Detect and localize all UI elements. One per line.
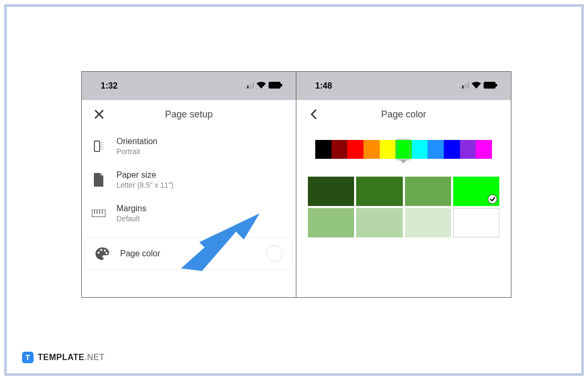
- hue-cell[interactable]: [380, 140, 396, 159]
- hue-cell[interactable]: [460, 140, 476, 159]
- screen-page-setup: 1:32 Page setup: [82, 72, 296, 297]
- shade-cell[interactable]: [356, 208, 402, 237]
- back-icon[interactable]: [308, 108, 319, 122]
- svg-rect-18: [459, 87, 461, 89]
- shade-cell[interactable]: [405, 208, 451, 237]
- svg-rect-22: [484, 82, 496, 89]
- battery-icon: [269, 81, 282, 91]
- hue-cell[interactable]: [444, 140, 460, 159]
- svg-point-15: [100, 249, 102, 251]
- hue-selector[interactable]: [315, 140, 492, 159]
- status-bar: 1:32: [82, 72, 296, 100]
- status-right: [459, 81, 497, 91]
- svg-point-17: [105, 252, 108, 254]
- status-bar: 1:48: [296, 72, 511, 100]
- setting-page-color[interactable]: Page color: [85, 237, 293, 270]
- close-icon[interactable]: [93, 108, 105, 122]
- setting-label: Paper size: [116, 170, 286, 180]
- hue-cell[interactable]: [427, 140, 444, 159]
- logo-badge-icon: T: [22, 352, 34, 363]
- orientation-icon: [91, 139, 106, 154]
- panel-header: Page color: [296, 100, 511, 129]
- svg-rect-23: [496, 84, 497, 86]
- ruler-icon: [91, 206, 106, 221]
- shade-cell[interactable]: [356, 177, 402, 206]
- page-title: Page color: [381, 109, 426, 120]
- status-time: 1:48: [315, 81, 332, 91]
- svg-rect-20: [465, 84, 466, 89]
- setting-texts: Paper size Letter (8.5" x 11"): [116, 170, 286, 189]
- setting-value: Default: [116, 214, 286, 223]
- svg-point-16: [104, 249, 106, 252]
- signal-icon: [244, 81, 254, 91]
- setting-value: Portrait: [116, 147, 286, 156]
- check-icon: [488, 194, 497, 204]
- svg-point-14: [98, 252, 100, 254]
- svg-rect-3: [252, 82, 254, 89]
- current-color-swatch: [266, 245, 283, 262]
- shade-cell[interactable]: [405, 177, 451, 206]
- setting-label: Orientation: [116, 137, 286, 146]
- setting-orientation[interactable]: Orientation Portrait: [82, 129, 296, 163]
- hue-cell[interactable]: [315, 140, 332, 159]
- svg-rect-2: [250, 84, 251, 89]
- setting-label: Page color: [120, 249, 161, 258]
- svg-rect-5: [281, 84, 282, 86]
- palette-icon: [95, 246, 110, 261]
- status-time: 1:32: [101, 81, 117, 91]
- shade-cell[interactable]: [308, 177, 354, 206]
- svg-rect-6: [94, 141, 100, 151]
- status-right: [244, 81, 282, 91]
- svg-rect-21: [467, 82, 469, 89]
- paper-icon: [91, 172, 106, 187]
- screenshots-container: 1:32 Page setup: [81, 71, 511, 298]
- panel-header: Page setup: [82, 100, 296, 129]
- battery-icon: [484, 81, 497, 91]
- setting-paper-size[interactable]: Paper size Letter (8.5" x 11"): [82, 163, 296, 197]
- wifi-icon: [256, 81, 266, 91]
- hue-cell[interactable]: [332, 140, 348, 159]
- page-title: Page setup: [165, 109, 212, 120]
- shade-cell[interactable]: [453, 208, 499, 237]
- hue-cell[interactable]: [364, 140, 380, 159]
- shade-cell[interactable]: [308, 208, 354, 237]
- hue-cell[interactable]: [412, 140, 428, 159]
- shade-cell[interactable]: [453, 177, 499, 206]
- setting-margins[interactable]: Margins Default: [82, 197, 296, 230]
- hue-cell[interactable]: [347, 140, 364, 159]
- branding-logo: T TEMPLATE.NET: [22, 352, 104, 363]
- wifi-icon: [472, 81, 481, 91]
- svg-rect-0: [244, 87, 246, 89]
- screen-page-color: 1:48 Page color: [296, 72, 511, 297]
- svg-rect-9: [92, 210, 105, 217]
- setting-value: Letter (8.5" x 11"): [116, 181, 286, 189]
- setting-texts: Margins Default: [116, 204, 286, 223]
- logo-word: TEMPLATE: [38, 353, 84, 362]
- signal-icon: [459, 81, 469, 91]
- hue-cell[interactable]: [476, 140, 492, 159]
- shade-grid: [308, 177, 499, 237]
- hue-marker[interactable]: [397, 139, 410, 160]
- svg-rect-19: [462, 85, 464, 89]
- svg-rect-1: [247, 85, 249, 89]
- setting-label: Margins: [116, 204, 286, 213]
- logo-suffix: .NET: [84, 353, 104, 362]
- svg-rect-4: [269, 82, 281, 89]
- setting-texts: Orientation Portrait: [116, 137, 286, 156]
